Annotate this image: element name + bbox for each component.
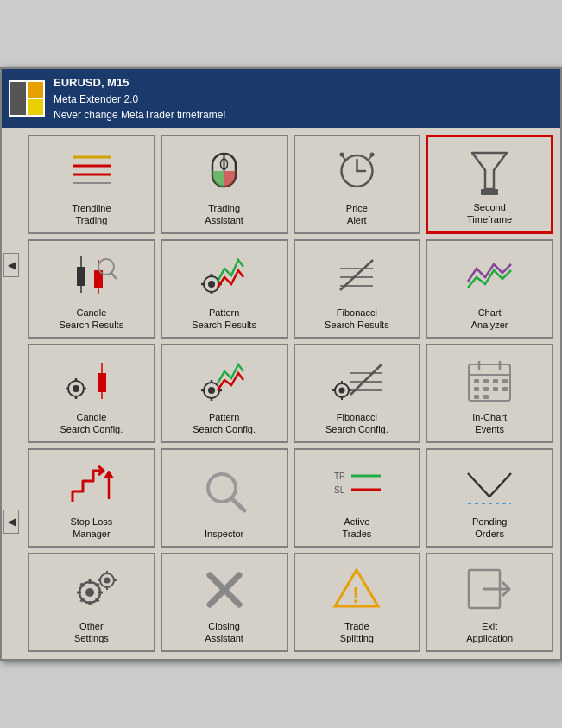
- svg-point-26: [208, 281, 215, 288]
- candle-search-results-label: CandleSearch Results: [60, 307, 124, 332]
- svg-marker-17: [472, 153, 507, 189]
- fibonacci-search-results-cell[interactable]: FibonacciSearch Results: [294, 239, 421, 339]
- svg-point-92: [104, 578, 110, 584]
- svg-text:!: !: [352, 582, 360, 608]
- other-settings-cell[interactable]: OtherSettings: [28, 553, 155, 652]
- second-timeframe-label: SecondTimeframe: [467, 201, 512, 226]
- fibonacci-search-results-icon: [299, 248, 416, 303]
- logo-icon: [10, 82, 43, 115]
- inspector-icon: [166, 457, 283, 525]
- exit-application-cell[interactable]: ExitApplication: [426, 553, 553, 652]
- second-timeframe-cell[interactable]: SecondTimeframe: [426, 135, 553, 234]
- fibonacci-search-config-label: FibonacciSearch Config.: [325, 411, 388, 436]
- svg-rect-66: [502, 379, 508, 383]
- trading-assistant-label: TradingAssistant: [205, 202, 243, 227]
- price-alert-label: PriceAlert: [346, 202, 368, 227]
- svg-rect-67: [474, 387, 479, 391]
- price-alert-cell[interactable]: PriceAlert: [294, 135, 421, 234]
- pattern-search-results-label: PatternSearch Results: [192, 307, 256, 332]
- price-alert-icon: [299, 143, 416, 199]
- candle-search-config-label: CandleSearch Config.: [60, 411, 123, 436]
- svg-line-75: [231, 498, 244, 510]
- pattern-search-config-cell[interactable]: PatternSearch Config.: [161, 344, 288, 443]
- second-timeframe-icon: [432, 144, 547, 198]
- svg-text:TP: TP: [334, 472, 345, 481]
- svg-rect-65: [493, 379, 498, 383]
- stop-loss-manager-label: Stop LossManager: [70, 516, 112, 541]
- main-window: EURUSD, M15 Meta Extender 2.0 Never chan…: [0, 67, 562, 661]
- symbol-label: EURUSD, M15: [54, 74, 226, 92]
- fibonacci-search-results-label: FibonacciSearch Results: [325, 307, 389, 332]
- svg-rect-20: [77, 267, 85, 286]
- fibonacci-search-config-cell[interactable]: FibonacciSearch Config.: [294, 344, 421, 443]
- fibonacci-search-config-icon: [299, 352, 416, 408]
- other-settings-icon: [33, 561, 150, 617]
- in-chart-events-label: In-ChartEvents: [472, 411, 507, 436]
- icon-grid-container: TrendlineTrading: [21, 128, 560, 659]
- closing-assistant-icon: [166, 561, 283, 617]
- svg-rect-2: [28, 99, 43, 115]
- svg-rect-69: [493, 387, 498, 391]
- main-content: ◀ ◀ TrendlineTradin: [2, 128, 560, 659]
- stop-loss-manager-cell[interactable]: Stop LossManager: [28, 448, 155, 548]
- pending-orders-cell[interactable]: PendingOrders: [426, 448, 553, 548]
- chart-analyzer-label: ChartAnalyzer: [471, 307, 508, 332]
- svg-point-44: [208, 387, 215, 394]
- trade-splitting-cell[interactable]: ! TradeSplitting: [294, 553, 421, 652]
- chart-analyzer-cell[interactable]: ChartAnalyzer: [426, 239, 553, 339]
- exit-application-label: ExitApplication: [466, 620, 513, 645]
- candle-search-results-icon: [33, 248, 150, 303]
- closing-assistant-cell[interactable]: ClosingAssistant: [161, 553, 288, 652]
- candle-search-results-cell[interactable]: CandleSearch Results: [28, 239, 155, 339]
- other-settings-label: OtherSettings: [74, 620, 109, 645]
- pattern-search-results-cell[interactable]: PatternSearch Results: [161, 239, 288, 339]
- app-name-label: Meta Extender 2.0: [54, 92, 226, 107]
- svg-rect-42: [98, 373, 106, 392]
- exit-application-icon: [431, 561, 548, 617]
- icon-grid: TrendlineTrading: [28, 135, 553, 652]
- pattern-search-config-icon: [166, 352, 283, 408]
- svg-rect-70: [502, 387, 508, 391]
- svg-point-36: [73, 385, 79, 392]
- trading-assistant-icon: [166, 143, 283, 199]
- pattern-search-results-icon: [166, 248, 283, 303]
- closing-assistant-label: ClosingAssistant: [205, 620, 243, 645]
- trendline-trading-icon: [33, 143, 150, 199]
- svg-rect-64: [483, 379, 489, 383]
- inspector-cell[interactable]: Inspector: [161, 448, 288, 548]
- svg-point-50: [339, 388, 345, 394]
- svg-rect-72: [483, 395, 489, 399]
- svg-rect-18: [481, 189, 498, 195]
- scroll-up-button[interactable]: ◀: [3, 253, 19, 277]
- svg-point-82: [85, 588, 94, 597]
- pending-orders-label: PendingOrders: [472, 516, 507, 541]
- scroll-down-button[interactable]: ◀: [3, 510, 19, 534]
- active-trades-label: ActiveTrades: [342, 516, 371, 541]
- warning-label: Never change MetaTrader timeframe!: [54, 107, 226, 123]
- pattern-search-config-label: PatternSearch Config.: [193, 411, 256, 436]
- stop-loss-manager-icon: [33, 457, 150, 512]
- active-trades-icon: TP SL: [299, 457, 416, 512]
- in-chart-events-cell[interactable]: In-ChartEvents: [426, 344, 553, 443]
- svg-point-16: [369, 153, 374, 157]
- svg-text:SL: SL: [334, 485, 345, 495]
- trendline-trading-cell[interactable]: TrendlineTrading: [28, 135, 155, 234]
- title-bar: EURUSD, M15 Meta Extender 2.0 Never chan…: [2, 69, 560, 128]
- app-logo: [9, 80, 45, 117]
- svg-point-15: [339, 153, 344, 157]
- in-chart-events-icon: [431, 352, 548, 408]
- trade-splitting-label: TradeSplitting: [340, 620, 374, 645]
- svg-rect-63: [474, 379, 479, 383]
- title-text-block: EURUSD, M15 Meta Extender 2.0 Never chan…: [54, 74, 226, 123]
- inspector-label: Inspector: [205, 528, 243, 540]
- candle-search-config-icon: [33, 352, 150, 408]
- active-trades-cell[interactable]: TP SL ActiveTrades: [294, 448, 421, 548]
- candle-search-config-cell[interactable]: CandleSearch Config.: [28, 344, 155, 443]
- svg-line-24: [111, 273, 116, 278]
- trendline-trading-label: TrendlineTrading: [72, 202, 111, 227]
- svg-rect-1: [28, 82, 43, 98]
- trading-assistant-cell[interactable]: TradingAssistant: [161, 135, 288, 234]
- svg-rect-71: [474, 395, 479, 399]
- svg-rect-0: [10, 82, 26, 115]
- pending-orders-icon: [431, 457, 548, 512]
